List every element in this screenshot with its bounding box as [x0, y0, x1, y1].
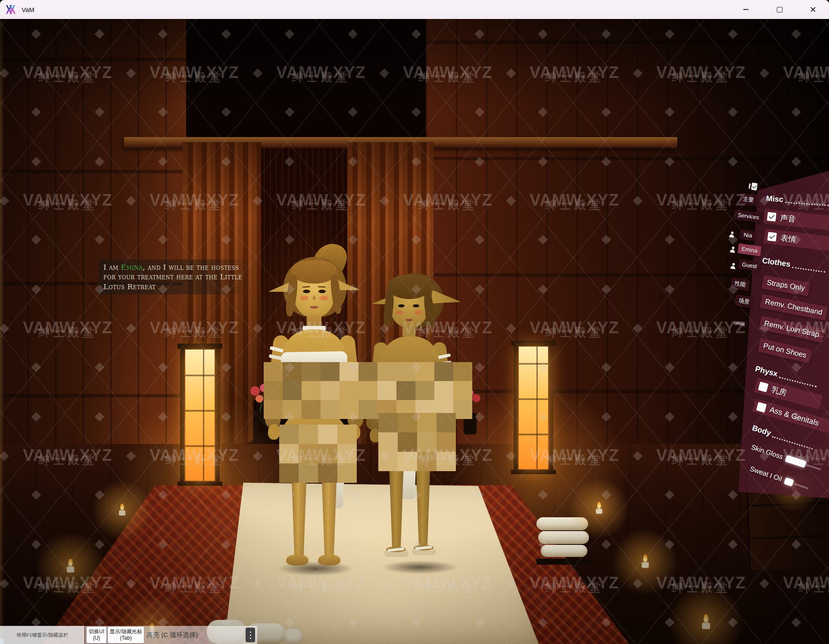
- mosaic-cell: [279, 425, 299, 444]
- mosaic-cell: [417, 432, 436, 452]
- fig1-foot-right: [318, 554, 340, 566]
- dialog-box: I am Emina, and I will be the hostess fo…: [98, 259, 252, 294]
- mosaic-cell: [378, 413, 398, 432]
- mosaic-cell: [299, 425, 318, 444]
- mosaic-cell: [264, 400, 283, 419]
- paper-lantern-right: [508, 340, 560, 478]
- check-icon: [769, 233, 775, 239]
- candle: [590, 497, 608, 519]
- mosaic-cell: [299, 463, 318, 483]
- fig2-eye-right: [413, 304, 419, 307]
- minimize-icon: [743, 9, 748, 10]
- fig2-blush-right: [414, 310, 422, 315]
- toolbar-button-toggle-cursor[interactable]: 显示/隐藏光标(Tab): [108, 627, 144, 643]
- fig1-eye-left: [303, 290, 310, 293]
- mosaic-cell: [417, 452, 436, 471]
- candle-body: [642, 562, 649, 568]
- candle-flame: [704, 614, 708, 623]
- mosaic-cell: [378, 432, 398, 452]
- mosaic-cell: [321, 400, 340, 419]
- mosaic-cell: [398, 413, 417, 432]
- person-icon-body: [729, 234, 734, 238]
- mosaic-cell: [302, 381, 321, 400]
- button-hotkey: (Tab): [120, 635, 131, 641]
- mosaic-cell: [340, 400, 358, 419]
- person-icon-body: [730, 249, 735, 253]
- slider-track: [795, 483, 809, 490]
- button-label: 切换UI: [89, 628, 104, 635]
- candle: [60, 553, 80, 578]
- checkbox-box: [767, 232, 777, 241]
- mosaic-cell: [337, 463, 357, 483]
- header-label: Misc: [766, 194, 783, 204]
- mosaic-cell: [434, 381, 453, 400]
- candle-flame: [120, 503, 124, 510]
- person-icon: [730, 263, 736, 270]
- checkbox-label: 乳房: [770, 384, 788, 398]
- mosaic-cell: [337, 444, 357, 463]
- person-icon: [729, 231, 735, 238]
- mosaic-cell: [321, 381, 340, 400]
- paper-lantern-left: [172, 343, 228, 491]
- fig1-mouth: [310, 306, 318, 309]
- slider-track: [807, 464, 822, 470]
- mosaic-cell: [378, 452, 398, 471]
- mosaic-cell: [318, 425, 337, 444]
- person-icon-head: [732, 263, 735, 266]
- mosaic-cell: [340, 362, 358, 381]
- toolbar-button-toggle-ui[interactable]: 切换UI(U): [87, 627, 106, 643]
- close-icon: [810, 6, 816, 13]
- checkbox-label: 声音: [780, 213, 796, 225]
- sidebar-item-nia[interactable]: Nia: [740, 229, 756, 241]
- mosaic-cell: [417, 413, 436, 432]
- vam-window: I am Emina, and I will be the hostess fo…: [0, 0, 829, 644]
- sidebar-item-main[interactable]: 主要: [739, 193, 758, 206]
- mosaic-cell: [415, 362, 434, 381]
- close-button[interactable]: [803, 0, 823, 19]
- checkbox-label: 表情: [780, 233, 797, 245]
- button-label: 显示/隐藏光标: [109, 628, 142, 635]
- mosaic-cell: [396, 362, 415, 381]
- minimize-button[interactable]: [736, 0, 756, 19]
- window-title: VaM: [22, 6, 34, 13]
- fig1-blush-left: [300, 296, 309, 300]
- fig2-neck: [402, 324, 415, 336]
- mosaic-cell: [377, 362, 396, 381]
- dialog-text: I am: [103, 263, 121, 272]
- fig1-blush-right: [320, 296, 328, 300]
- mosaic-cell: [396, 381, 415, 400]
- fig1-hair-front: [291, 260, 337, 284]
- mosaic-cell: [264, 362, 283, 381]
- fig1-foot-left: [286, 554, 309, 566]
- person-icon: [729, 246, 736, 253]
- panel-pin-checkbox[interactable]: [748, 182, 759, 192]
- mosaic-cell: [358, 381, 377, 400]
- ellipsis-icon: [250, 631, 251, 633]
- fig2-eye-left: [398, 304, 405, 307]
- highlight-label: 高亮 (C 循环选择): [146, 626, 198, 644]
- mosaic-cell: [398, 432, 417, 452]
- checkbox-box: [758, 381, 768, 392]
- mosaic-cell: [453, 381, 472, 400]
- fig1-eye-right: [318, 290, 326, 293]
- candle: [636, 549, 654, 573]
- checkbox-box: [756, 402, 767, 413]
- mosaic-cell: [434, 362, 453, 381]
- title-bar: VaM: [0, 0, 829, 19]
- person-icon-head: [732, 247, 735, 250]
- mosaic-cell: [302, 400, 321, 419]
- mosaic-cell: [358, 400, 377, 419]
- mosaic-cell: [299, 444, 318, 463]
- mosaic-cell: [337, 425, 357, 444]
- more-button[interactable]: [246, 628, 255, 642]
- fig2-shadow: [381, 560, 458, 574]
- mosaic-cell: [302, 362, 321, 381]
- mosaic-cell: [283, 362, 302, 381]
- maximize-button[interactable]: [770, 0, 789, 19]
- mosaic-cell: [377, 381, 396, 400]
- candle-flame: [643, 555, 648, 563]
- toolbar: 切换UI(U)显示/隐藏光标(Tab) 高亮 (C 循环选择): [85, 626, 257, 644]
- dialog-speaker-name: Emina: [121, 263, 143, 272]
- censor-mosaic-hip-right: [378, 413, 456, 471]
- candle-body: [596, 509, 602, 514]
